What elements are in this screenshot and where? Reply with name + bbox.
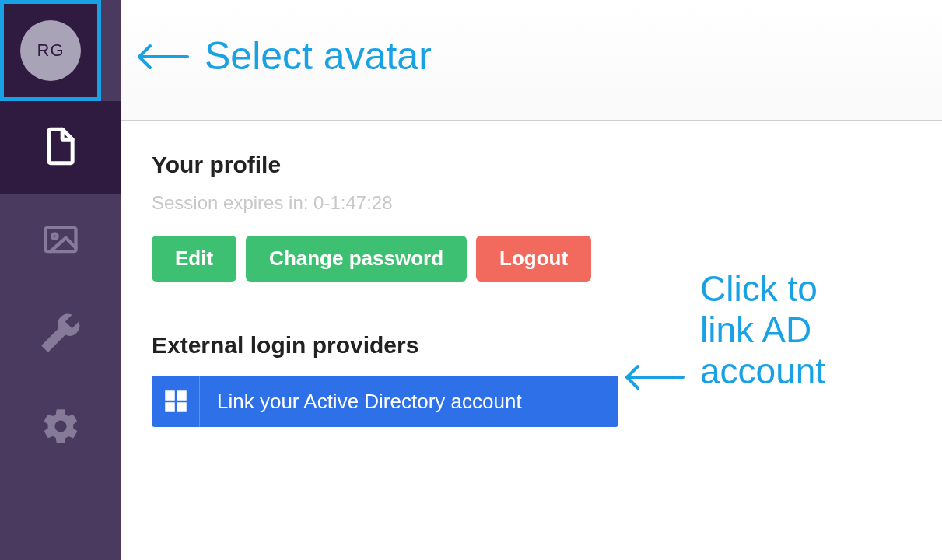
gear-icon [40, 406, 81, 450]
sidebar: RG [0, 0, 121, 560]
divider [152, 460, 911, 460]
svg-rect-0 [45, 228, 75, 251]
file-icon [40, 126, 81, 170]
image-icon [40, 219, 81, 263]
logout-button[interactable]: Logout [476, 236, 591, 282]
link-active-directory-button[interactable]: Link your Active Directory account [152, 376, 618, 427]
svg-rect-2 [165, 390, 175, 401]
wrench-icon [40, 313, 81, 356]
session-expiry-text: Session expires in: 0-1:47:28 [152, 192, 911, 214]
avatar: RG [20, 20, 81, 81]
content: Your profile Session expires in: 0-1:47:… [121, 121, 942, 482]
external-heading: External login providers [152, 332, 911, 359]
nav-item-settings[interactable] [0, 381, 121, 474]
svg-rect-5 [177, 402, 187, 412]
nav-item-file[interactable] [0, 101, 121, 194]
avatar-initials: RG [37, 40, 65, 61]
link-ad-label: Link your Active Directory account [200, 376, 618, 427]
topbar [121, 0, 942, 121]
svg-rect-3 [177, 390, 187, 401]
nav-item-image[interactable] [0, 194, 121, 288]
profile-heading: Your profile [152, 152, 911, 178]
main-panel: Your profile Session expires in: 0-1:47:… [121, 0, 942, 560]
avatar-tile[interactable]: RG [0, 0, 101, 101]
divider [152, 310, 911, 310]
svg-rect-4 [165, 402, 175, 412]
profile-buttons: Edit Change password Logout [152, 236, 911, 282]
windows-icon [152, 376, 200, 427]
nav-item-tools[interactable] [0, 288, 121, 381]
edit-button[interactable]: Edit [152, 236, 236, 282]
svg-point-1 [52, 233, 58, 239]
change-password-button[interactable]: Change password [246, 236, 467, 282]
